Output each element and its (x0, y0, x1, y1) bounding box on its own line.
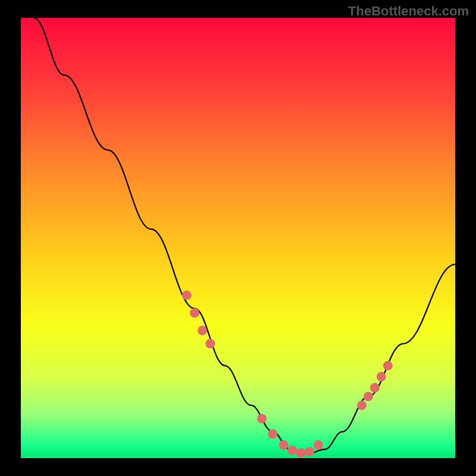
chart-plot-area (21, 18, 455, 458)
chart-svg (21, 18, 455, 458)
marker-point (182, 290, 192, 300)
chart-background (21, 18, 455, 458)
marker-point (287, 446, 297, 455)
marker-point (370, 383, 380, 393)
marker-point (314, 440, 323, 450)
marker-point (357, 400, 367, 410)
marker-point (198, 325, 207, 335)
marker-point (205, 339, 215, 349)
marker-point (279, 440, 289, 450)
marker-point (190, 308, 199, 318)
marker-point (364, 392, 373, 401)
marker-point (305, 447, 314, 456)
marker-point (257, 414, 267, 423)
watermark-text: TheBottleneck.com (348, 4, 469, 19)
marker-point (383, 361, 393, 371)
marker-point (377, 372, 386, 381)
marker-point (268, 429, 277, 439)
marker-point (296, 448, 306, 458)
